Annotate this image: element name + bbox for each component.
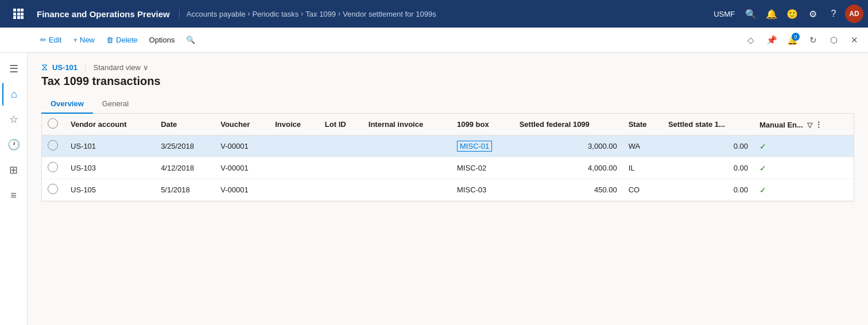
- check-mark-icon: ✓: [760, 185, 766, 195]
- close-icon[interactable]: ✕: [845, 31, 863, 49]
- help-icon[interactable]: ?: [824, 5, 843, 23]
- alerts-icon[interactable]: 🔔 0: [783, 31, 801, 49]
- svg-rect-6: [13, 16, 16, 19]
- sidebar: ☰ ⌂ ☆ 🕐 ⊞ ≡: [0, 53, 28, 325]
- manual-en-cell: ✓: [754, 157, 854, 179]
- state-cell: CO: [623, 179, 662, 201]
- manual-en-cell: ✓: [754, 179, 854, 201]
- col-internal-invoice: Internal invoice: [363, 114, 451, 136]
- internal-invoice-cell: [363, 179, 451, 201]
- delete-button[interactable]: 🗑 Delete: [100, 32, 144, 48]
- content-header: ⧖ US-101 | Standard view ∨: [41, 62, 854, 72]
- col-checkbox: [42, 114, 65, 136]
- settled-federal-cell: 450.00: [514, 179, 623, 201]
- personalize-icon[interactable]: ◇: [742, 31, 760, 49]
- voucher-cell: V-00001: [215, 179, 269, 201]
- apps-grid-button[interactable]: [5, 0, 32, 28]
- action-bar-right: ◇ 📌 🔔 0 ↻ ⬡ ✕: [742, 31, 863, 49]
- new-icon: +: [73, 36, 78, 44]
- open-new-window-icon[interactable]: ⬡: [824, 31, 843, 49]
- row-select-checkbox[interactable]: [48, 184, 58, 194]
- transactions-table: Vendor account Date Voucher Invoice Lot …: [42, 114, 854, 201]
- check-mark-icon: ✓: [760, 142, 766, 151]
- row-select-checkbox[interactable]: [48, 140, 58, 150]
- table-row[interactable]: US-103 4/12/2018 V-00001 MISC-02 4,000.0…: [42, 157, 854, 179]
- feedback-icon[interactable]: 🙂: [783, 5, 801, 23]
- table-row[interactable]: US-105 5/1/2018 V-00001 MISC-03 450.00 C…: [42, 179, 854, 201]
- settled-state-cell: 0.00: [662, 136, 754, 157]
- table-header-row: Vendor account Date Voucher Invoice Lot …: [42, 114, 854, 136]
- bookmark-icon[interactable]: 📌: [762, 31, 781, 49]
- settled-state-cell: 0.00: [662, 179, 754, 201]
- row-checkbox-cell: [42, 179, 65, 201]
- header-divider: |: [84, 63, 86, 72]
- new-button[interactable]: + New: [67, 32, 100, 48]
- svg-rect-8: [21, 16, 24, 19]
- settled-federal-cell: 3,000.00: [514, 136, 623, 157]
- user-avatar[interactable]: AD: [845, 5, 863, 23]
- row-checkbox-cell: [42, 157, 65, 179]
- col-vendor-account: Vendor account: [65, 114, 155, 136]
- box-1099-cell: MISC-01: [451, 136, 514, 157]
- svg-rect-4: [17, 13, 20, 16]
- tab-bar: Overview General: [41, 95, 854, 114]
- tab-general[interactable]: General: [93, 95, 138, 114]
- svg-rect-2: [21, 9, 24, 11]
- box-1099-cell: MISC-02: [451, 157, 514, 179]
- search-button[interactable]: 🔍: [180, 32, 201, 48]
- svg-rect-5: [21, 13, 24, 16]
- settled-state-cell: 0.00: [662, 157, 754, 179]
- refresh-icon[interactable]: ↻: [804, 31, 822, 49]
- sidebar-recent-icon[interactable]: 🕐: [2, 133, 25, 156]
- invoice-cell: [269, 157, 319, 179]
- sidebar-home-icon[interactable]: ⌂: [2, 83, 25, 106]
- filter-icon[interactable]: ⧖: [41, 62, 48, 72]
- search-icon: 🔍: [186, 36, 195, 44]
- col-more-icon[interactable]: ⋮: [815, 120, 823, 129]
- sidebar-modules-icon[interactable]: ≡: [2, 184, 25, 207]
- sidebar-workspaces-icon[interactable]: ⊞: [2, 158, 25, 181]
- breadcrumb-periodic-tasks[interactable]: Periodic tasks: [252, 10, 299, 18]
- voucher-cell: V-00001: [215, 157, 269, 179]
- sidebar-favorites-icon[interactable]: ☆: [2, 108, 25, 131]
- main-layout: ☰ ⌂ ☆ 🕐 ⊞ ≡ ⧖ US-101 | Standard view ∨ T…: [0, 53, 868, 325]
- row-select-checkbox[interactable]: [48, 162, 58, 172]
- col-date: Date: [155, 114, 215, 136]
- edit-button[interactable]: ✏ Edit: [34, 32, 67, 48]
- settings-icon[interactable]: ⚙: [804, 5, 822, 23]
- search-icon[interactable]: 🔍: [742, 5, 760, 23]
- content-area: ⧖ US-101 | Standard view ∨ Tax 1099 tran…: [28, 53, 868, 325]
- delete-icon: 🗑: [106, 36, 114, 44]
- col-voucher: Voucher: [215, 114, 269, 136]
- record-id: US-101: [52, 63, 78, 72]
- notification-icon[interactable]: 🔔: [762, 5, 781, 23]
- date-cell: 5/1/2018: [155, 179, 215, 201]
- box-1099-link[interactable]: MISC-01: [457, 141, 492, 152]
- col-settled-state: Settled state 1...: [662, 114, 754, 136]
- action-bar: ✏ Edit + New 🗑 Delete Options 🔍 ◇ 📌 🔔 0 …: [0, 28, 868, 53]
- sidebar-nav-toggle[interactable]: ☰: [2, 57, 25, 80]
- options-button[interactable]: Options: [144, 32, 181, 48]
- date-cell: 4/12/2018: [155, 157, 215, 179]
- col-1099-box: 1099 box: [451, 114, 514, 136]
- tab-overview[interactable]: Overview: [41, 95, 93, 114]
- data-table-wrapper: Vendor account Date Voucher Invoice Lot …: [41, 114, 854, 202]
- breadcrumb-accounts-payable[interactable]: Accounts payable: [187, 10, 246, 18]
- app-title: Finance and Operations Preview: [32, 9, 180, 19]
- col-filter-icon[interactable]: ▽: [807, 121, 812, 129]
- view-selector[interactable]: Standard view ∨: [93, 63, 148, 72]
- select-all-checkbox[interactable]: [48, 118, 58, 129]
- vendor-account-cell: US-103: [65, 157, 155, 179]
- invoice-cell: [269, 179, 319, 201]
- svg-rect-0: [13, 9, 16, 11]
- voucher-cell: V-00001: [215, 136, 269, 157]
- box-1099-value: MISC-03: [457, 185, 486, 194]
- breadcrumb-tax-1099[interactable]: Tax 1099: [305, 10, 336, 18]
- state-cell: WA: [623, 136, 662, 157]
- internal-invoice-cell: [363, 157, 451, 179]
- new-label: New: [80, 36, 95, 44]
- table-row[interactable]: US-101 3/25/2018 V-00001 MISC-01 3,000.0…: [42, 136, 854, 157]
- top-navigation-bar: Finance and Operations Preview Accounts …: [0, 0, 868, 28]
- box-1099-cell: MISC-03: [451, 179, 514, 201]
- svg-rect-3: [13, 13, 16, 16]
